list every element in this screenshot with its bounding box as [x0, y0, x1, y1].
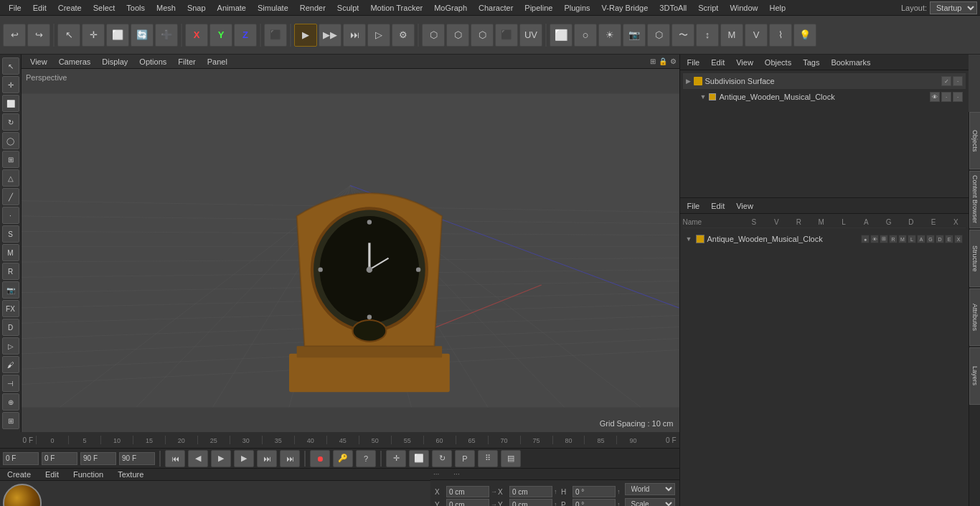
menu-render[interactable]: Render: [294, 2, 331, 14]
obj-menu-file[interactable]: File: [683, 57, 705, 68]
scale-tool[interactable]: ⬜: [106, 24, 129, 47]
x-scale-input[interactable]: [509, 486, 552, 497]
render-settings[interactable]: ⚙: [392, 24, 415, 47]
render-vp[interactable]: ▷: [367, 24, 390, 47]
tool-grid[interactable]: ⊞: [2, 412, 19, 429]
menu-mograph[interactable]: MoGraph: [428, 2, 473, 14]
tool-loop[interactable]: ⊞: [2, 151, 19, 168]
tool-sculpt[interactable]: S: [2, 225, 19, 243]
attr-menu-edit[interactable]: Edit: [707, 200, 729, 212]
key-btn[interactable]: 🔑: [333, 450, 353, 467]
mat-menu-edit[interactable]: Edit: [41, 469, 63, 480]
menu-plugins[interactable]: Plugins: [558, 2, 595, 14]
clock-ctrl-eye[interactable]: 👁: [930, 92, 940, 102]
y-pos-input[interactable]: [446, 499, 489, 506]
ffd-btn[interactable]: ⬡: [647, 24, 670, 47]
x-pos-input[interactable]: [446, 486, 489, 497]
move-key-btn[interactable]: ✛: [386, 450, 406, 467]
param-btn[interactable]: P: [455, 450, 475, 467]
mat-menu-function[interactable]: Function: [69, 469, 108, 480]
x-axis-btn[interactable]: X: [185, 24, 208, 47]
edges-mode[interactable]: ⬡: [446, 24, 469, 47]
select-tool[interactable]: ↖: [57, 24, 80, 47]
uv-btn[interactable]: UV: [519, 24, 542, 47]
tool-material[interactable]: M: [2, 244, 19, 261]
menu-animate[interactable]: Animate: [212, 2, 252, 14]
rt-tab-objects[interactable]: Objects: [969, 112, 980, 169]
vp-lock-icon[interactable]: 🔒: [659, 57, 667, 65]
obj-menu-objects[interactable]: Objects: [760, 57, 796, 68]
help-btn[interactable]: ?: [356, 450, 376, 467]
attr-menu-file[interactable]: File: [683, 200, 705, 212]
rt-tab-attributes[interactable]: Attributes: [969, 289, 980, 346]
menu-select[interactable]: Select: [88, 2, 121, 14]
rt-tab-content-browser[interactable]: Content Browser: [969, 171, 980, 228]
transform-tool[interactable]: ➕: [155, 24, 178, 47]
tool-point[interactable]: ·: [2, 207, 19, 224]
attr-ic-10[interactable]: E: [945, 235, 953, 243]
tool-snap[interactable]: ⊕: [2, 393, 19, 411]
menu-edit[interactable]: Edit: [27, 2, 52, 14]
preview-end-input[interactable]: [80, 452, 116, 465]
current-frame-input[interactable]: [42, 452, 77, 465]
deform-btn[interactable]: ↕: [696, 24, 719, 47]
vp-tab-view[interactable]: View: [24, 56, 53, 67]
attr-ic-5[interactable]: M: [898, 235, 907, 243]
world-dropdown[interactable]: World: [625, 483, 675, 495]
attr-ic-6[interactable]: L: [908, 235, 916, 243]
anim-btn[interactable]: ▤: [501, 450, 521, 467]
scale-dropdown[interactable]: Scale: [625, 498, 675, 506]
tool-scale[interactable]: ⬜: [2, 95, 19, 112]
menu-help[interactable]: Help: [764, 2, 792, 14]
z-axis-btn[interactable]: Z: [234, 24, 257, 47]
obj-row-subdiv[interactable]: ▶ Subdivision Surface ✓ ·: [683, 73, 966, 89]
vp-tab-cameras[interactable]: Cameras: [53, 56, 97, 67]
y-axis-btn[interactable]: Y: [209, 24, 232, 47]
menu-tools[interactable]: Tools: [121, 2, 151, 14]
sphere-btn[interactable]: ○: [574, 24, 597, 47]
attr-ic-4[interactable]: R: [889, 235, 897, 243]
render-all[interactable]: ⏭: [343, 24, 366, 47]
goto-end-btn[interactable]: ⏭: [257, 450, 277, 467]
attr-ic-11[interactable]: X: [954, 235, 963, 243]
p-input[interactable]: [573, 499, 616, 506]
end-frame-input[interactable]: [119, 452, 155, 465]
light-btn[interactable]: ☀: [598, 24, 621, 47]
obj-expand-1[interactable]: ▼: [700, 93, 707, 100]
dots-btn[interactable]: ⠿: [478, 450, 498, 467]
scale-key-btn[interactable]: ⬜: [409, 450, 429, 467]
lamp-btn[interactable]: 💡: [793, 24, 816, 47]
attr-menu-view[interactable]: View: [732, 200, 758, 212]
menu-character[interactable]: Character: [473, 2, 519, 14]
attr-ic-3[interactable]: ⊞: [880, 235, 888, 243]
vp-tab-options[interactable]: Options: [133, 56, 172, 67]
tool-select[interactable]: ↖: [2, 57, 19, 75]
move-tool[interactable]: ✛: [82, 24, 105, 47]
h-input[interactable]: [573, 486, 616, 497]
tool-lasso[interactable]: ◯: [2, 132, 19, 149]
tool-motion[interactable]: ▷: [2, 337, 19, 355]
tool-poly[interactable]: △: [2, 169, 19, 187]
spline-btn[interactable]: 〜: [672, 24, 694, 47]
mat-item-0[interactable]: mat_Bas: [3, 484, 42, 506]
menu-motion-tracker[interactable]: Motion Tracker: [364, 2, 428, 14]
undo-button[interactable]: ↩: [3, 24, 26, 47]
mograph-btn[interactable]: M: [720, 24, 743, 47]
tool-mirror[interactable]: ⊣: [2, 375, 19, 392]
menu-snap[interactable]: Snap: [182, 2, 212, 14]
menu-vray[interactable]: V-Ray Bridge: [596, 2, 654, 14]
menu-sculpt[interactable]: Sculpt: [331, 2, 365, 14]
clock-ctrl-3[interactable]: ·: [953, 92, 963, 102]
obj-menu-tags[interactable]: Tags: [798, 57, 824, 68]
obj-expand-0[interactable]: ▶: [686, 78, 691, 85]
object-mode[interactable]: ⬛: [264, 24, 287, 47]
play-btn[interactable]: ▶: [211, 450, 231, 467]
rt-tab-structure[interactable]: Structure: [969, 230, 980, 287]
tool-paint[interactable]: 🖌: [2, 356, 19, 373]
goto-start-btn[interactable]: ⏮: [165, 450, 185, 467]
goto-end2-btn[interactable]: ⏭: [280, 450, 300, 467]
step-back-btn[interactable]: ◀: [188, 450, 208, 467]
menu-window[interactable]: Window: [724, 2, 763, 14]
attr-ic-8[interactable]: G: [926, 235, 935, 243]
viewport[interactable]: Perspective: [22, 69, 679, 432]
